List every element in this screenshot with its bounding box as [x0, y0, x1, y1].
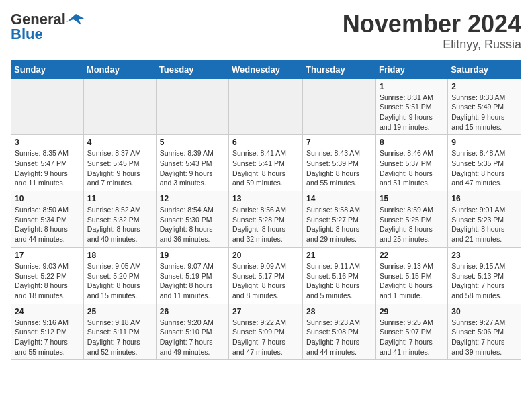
- day-number: 19: [160, 250, 225, 260]
- day-info: Sunrise: 8:46 AM Sunset: 5:37 PM Dayligh…: [380, 148, 444, 188]
- day-cell: 8Sunrise: 8:46 AM Sunset: 5:37 PM Daylig…: [375, 135, 447, 191]
- header-row: SundayMondayTuesdayWednesdayThursdayFrid…: [11, 60, 521, 79]
- day-info: Sunrise: 9:07 AM Sunset: 5:19 PM Dayligh…: [160, 261, 225, 301]
- day-cell: 23Sunrise: 9:15 AM Sunset: 5:13 PM Dayli…: [448, 247, 521, 304]
- day-info: Sunrise: 8:39 AM Sunset: 5:43 PM Dayligh…: [160, 148, 225, 188]
- header-day-thursday: Thursday: [303, 60, 376, 79]
- day-cell: 2Sunrise: 8:33 AM Sunset: 5:49 PM Daylig…: [448, 79, 521, 135]
- day-info: Sunrise: 9:01 AM Sunset: 5:23 PM Dayligh…: [451, 205, 517, 244]
- logo: General Blue: [11, 11, 86, 43]
- week-row-5: 24Sunrise: 9:16 AM Sunset: 5:12 PM Dayli…: [11, 304, 521, 360]
- week-row-2: 3Sunrise: 8:35 AM Sunset: 5:47 PM Daylig…: [11, 135, 521, 191]
- day-cell: [156, 79, 228, 135]
- day-number: 24: [15, 307, 80, 316]
- day-cell: 28Sunrise: 9:23 AM Sunset: 5:08 PM Dayli…: [303, 304, 376, 360]
- day-cell: 15Sunrise: 8:59 AM Sunset: 5:25 PM Dayli…: [375, 191, 447, 248]
- day-number: 15: [380, 194, 444, 203]
- day-number: 1: [380, 82, 444, 91]
- day-cell: 11Sunrise: 8:52 AM Sunset: 5:32 PM Dayli…: [83, 191, 156, 248]
- day-cell: 7Sunrise: 8:43 AM Sunset: 5:39 PM Daylig…: [303, 135, 376, 191]
- day-info: Sunrise: 8:56 AM Sunset: 5:28 PM Dayligh…: [232, 205, 299, 244]
- header-day-monday: Monday: [83, 60, 156, 79]
- day-info: Sunrise: 8:41 AM Sunset: 5:41 PM Dayligh…: [232, 148, 299, 188]
- day-cell: 10Sunrise: 8:50 AM Sunset: 5:34 PM Dayli…: [11, 191, 84, 248]
- day-number: 2: [451, 82, 517, 91]
- day-number: 12: [160, 194, 225, 203]
- header-day-friday: Friday: [375, 60, 447, 79]
- day-cell: 29Sunrise: 9:25 AM Sunset: 5:07 PM Dayli…: [375, 304, 447, 360]
- day-number: 20: [232, 250, 299, 260]
- day-info: Sunrise: 9:11 AM Sunset: 5:16 PM Dayligh…: [306, 261, 372, 301]
- day-number: 7: [306, 138, 372, 147]
- day-number: 21: [306, 250, 372, 260]
- day-info: Sunrise: 9:05 AM Sunset: 5:20 PM Dayligh…: [87, 261, 152, 301]
- day-cell: 19Sunrise: 9:07 AM Sunset: 5:19 PM Dayli…: [156, 247, 228, 304]
- day-info: Sunrise: 9:16 AM Sunset: 5:12 PM Dayligh…: [15, 318, 80, 357]
- day-cell: [11, 79, 84, 135]
- day-number: 28: [306, 307, 372, 316]
- day-info: Sunrise: 8:59 AM Sunset: 5:25 PM Dayligh…: [380, 205, 444, 244]
- day-number: 29: [380, 307, 444, 316]
- day-cell: 16Sunrise: 9:01 AM Sunset: 5:23 PM Dayli…: [448, 191, 521, 248]
- day-number: 26: [160, 307, 225, 316]
- day-cell: [83, 79, 156, 135]
- day-cell: 4Sunrise: 8:37 AM Sunset: 5:45 PM Daylig…: [83, 135, 156, 191]
- day-info: Sunrise: 9:25 AM Sunset: 5:07 PM Dayligh…: [380, 318, 444, 357]
- day-info: Sunrise: 8:52 AM Sunset: 5:32 PM Dayligh…: [87, 205, 152, 244]
- page-subtitle: Elitnyy, Russia: [343, 38, 521, 52]
- day-info: Sunrise: 9:03 AM Sunset: 5:22 PM Dayligh…: [15, 261, 80, 301]
- day-info: Sunrise: 8:43 AM Sunset: 5:39 PM Dayligh…: [306, 148, 372, 188]
- day-info: Sunrise: 8:37 AM Sunset: 5:45 PM Dayligh…: [87, 148, 152, 188]
- day-cell: [229, 79, 303, 135]
- day-cell: 1Sunrise: 8:31 AM Sunset: 5:51 PM Daylig…: [375, 79, 447, 135]
- day-cell: 14Sunrise: 8:58 AM Sunset: 5:27 PM Dayli…: [303, 191, 376, 248]
- day-info: Sunrise: 8:48 AM Sunset: 5:35 PM Dayligh…: [451, 148, 517, 188]
- day-info: Sunrise: 9:18 AM Sunset: 5:11 PM Dayligh…: [87, 318, 152, 357]
- calendar-body: 1Sunrise: 8:31 AM Sunset: 5:51 PM Daylig…: [11, 79, 521, 360]
- day-cell: 18Sunrise: 9:05 AM Sunset: 5:20 PM Dayli…: [83, 247, 156, 304]
- day-info: Sunrise: 9:22 AM Sunset: 5:09 PM Dayligh…: [232, 318, 299, 357]
- day-info: Sunrise: 9:13 AM Sunset: 5:15 PM Dayligh…: [380, 261, 444, 301]
- day-number: 9: [451, 138, 517, 147]
- day-info: Sunrise: 8:50 AM Sunset: 5:34 PM Dayligh…: [15, 205, 80, 244]
- calendar-table: SundayMondayTuesdayWednesdayThursdayFrid…: [11, 60, 521, 361]
- day-number: 17: [15, 250, 80, 260]
- day-cell: [303, 79, 376, 135]
- day-number: 16: [451, 194, 517, 203]
- day-number: 10: [15, 194, 80, 203]
- day-cell: 25Sunrise: 9:18 AM Sunset: 5:11 PM Dayli…: [83, 304, 156, 360]
- week-row-4: 17Sunrise: 9:03 AM Sunset: 5:22 PM Dayli…: [11, 247, 521, 304]
- day-number: 22: [380, 250, 444, 260]
- day-number: 5: [160, 138, 225, 147]
- header-day-saturday: Saturday: [448, 60, 521, 79]
- day-cell: 9Sunrise: 8:48 AM Sunset: 5:35 PM Daylig…: [448, 135, 521, 191]
- day-info: Sunrise: 8:31 AM Sunset: 5:51 PM Dayligh…: [380, 93, 444, 132]
- day-cell: 5Sunrise: 8:39 AM Sunset: 5:43 PM Daylig…: [156, 135, 228, 191]
- day-info: Sunrise: 8:58 AM Sunset: 5:27 PM Dayligh…: [306, 205, 372, 244]
- day-number: 30: [451, 307, 517, 316]
- week-row-3: 10Sunrise: 8:50 AM Sunset: 5:34 PM Dayli…: [11, 191, 521, 248]
- day-number: 25: [87, 307, 152, 316]
- day-number: 23: [451, 250, 517, 260]
- day-number: 8: [380, 138, 444, 147]
- day-number: 4: [87, 138, 152, 147]
- day-info: Sunrise: 9:23 AM Sunset: 5:08 PM Dayligh…: [306, 318, 372, 357]
- day-info: Sunrise: 9:20 AM Sunset: 5:10 PM Dayligh…: [160, 318, 225, 357]
- page-header: General Blue November 2024 Elitnyy, Russ…: [11, 11, 521, 52]
- calendar-header: SundayMondayTuesdayWednesdayThursdayFrid…: [11, 60, 521, 79]
- day-cell: 24Sunrise: 9:16 AM Sunset: 5:12 PM Dayli…: [11, 304, 84, 360]
- day-info: Sunrise: 9:09 AM Sunset: 5:17 PM Dayligh…: [232, 261, 299, 301]
- header-day-tuesday: Tuesday: [156, 60, 228, 79]
- header-day-wednesday: Wednesday: [229, 60, 303, 79]
- day-cell: 6Sunrise: 8:41 AM Sunset: 5:41 PM Daylig…: [229, 135, 303, 191]
- day-info: Sunrise: 8:35 AM Sunset: 5:47 PM Dayligh…: [15, 148, 80, 188]
- day-cell: 22Sunrise: 9:13 AM Sunset: 5:15 PM Dayli…: [375, 247, 447, 304]
- day-info: Sunrise: 8:33 AM Sunset: 5:49 PM Dayligh…: [451, 93, 517, 132]
- day-number: 6: [232, 138, 299, 147]
- day-number: 14: [306, 194, 372, 203]
- day-cell: 21Sunrise: 9:11 AM Sunset: 5:16 PM Dayli…: [303, 247, 376, 304]
- day-cell: 13Sunrise: 8:56 AM Sunset: 5:28 PM Dayli…: [229, 191, 303, 248]
- day-number: 18: [87, 250, 152, 260]
- week-row-1: 1Sunrise: 8:31 AM Sunset: 5:51 PM Daylig…: [11, 79, 521, 135]
- day-number: 11: [87, 194, 152, 203]
